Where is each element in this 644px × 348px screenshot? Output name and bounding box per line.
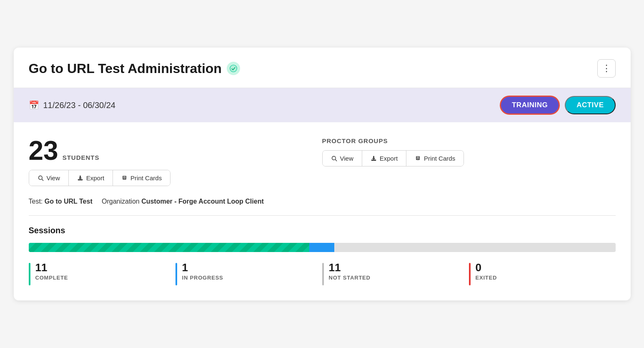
calendar-icon: 📅 [29,100,39,110]
bar-complete [29,243,309,252]
proctor-view-button[interactable]: View [323,151,362,166]
proctor-export-label: Export [380,155,398,162]
stat-exited-label: EXITED [476,275,497,281]
sessions-progress-bar [29,243,616,252]
training-badge[interactable]: TRAINING [500,96,560,115]
svg-rect-8 [417,159,419,160]
proctor-export-button[interactable]: Export [362,151,406,166]
status-badges: TRAINING ACTIVE [500,96,616,115]
stat-exited: 0 EXITED [469,262,616,285]
main-content: 23 STUDENTS View Export Print Cards [14,122,631,300]
title-text: Go to URL Test Administration [29,61,222,76]
divider-complete [29,263,30,285]
stat-inprogress: 1 IN PROGRESS [175,262,322,285]
kebab-icon: ⋮ [602,63,611,74]
stat-exited-num: 0 [476,262,497,273]
stat-notstarted: 11 NOT STARTED [322,262,469,285]
students-export-button[interactable]: Export [69,170,113,186]
students-count: 23 [29,137,58,164]
students-print-button[interactable]: Print Cards [113,170,170,186]
students-action-buttons: View Export Print Cards [29,170,171,186]
sessions-stats-row: 11 COMPLETE 1 IN PROGRESS 11 NOT STA [29,262,616,300]
org-prefix: Organization [102,198,140,205]
date-bar: 📅 11/26/23 - 06/30/24 TRAINING ACTIVE [14,88,631,122]
verified-badge [227,62,240,75]
date-range: 📅 11/26/23 - 06/30/24 [29,100,115,110]
sessions-title: Sessions [29,226,616,235]
students-export-label: Export [86,174,104,182]
meta-row: Test: Go to URL Test Organization Custom… [29,198,616,205]
proctor-action-buttons: View Export Print Cards [322,150,464,166]
sessions-section: Sessions 11 COMPLETE 1 [29,215,616,300]
org-name: Customer - Forge Account Loop Client [141,198,264,205]
svg-line-2 [42,179,43,180]
divider-inprogress [175,263,177,285]
students-label: STUDENTS [63,154,100,161]
students-view-button[interactable]: View [29,170,69,186]
main-card: Go to URL Test Administration ⋮ 📅 11/26/… [14,48,631,300]
proctor-section: PROCTOR GROUPS View Export Print Cards [322,137,616,166]
bar-inprogress [309,243,335,252]
kebab-menu-button[interactable]: ⋮ [597,59,616,78]
header: Go to URL Test Administration ⋮ [14,48,631,88]
students-section: 23 STUDENTS View Export Print Cards [29,137,322,186]
students-print-label: Print Cards [130,174,162,182]
svg-line-6 [335,159,336,161]
page-title: Go to URL Test Administration [29,61,240,76]
students-row: 23 STUDENTS View Export Print Cards [29,137,616,186]
proctor-print-label: Print Cards [424,155,455,162]
date-range-text: 11/26/23 - 06/30/24 [43,101,115,110]
stat-inprogress-num: 1 [182,262,223,273]
test-name: Go to URL Test [45,198,93,205]
stat-notstarted-num: 11 [329,262,371,273]
stat-complete: 11 COMPLETE [29,262,175,285]
svg-point-0 [230,65,237,72]
stat-inprogress-label: IN PROGRESS [182,275,223,281]
divider-notstarted [322,263,324,285]
proctor-view-label: View [340,155,353,162]
divider-exited [469,263,471,285]
proctor-print-button[interactable]: Print Cards [406,151,464,166]
svg-rect-4 [124,178,125,179]
stat-complete-label: COMPLETE [35,275,68,281]
stat-complete-num: 11 [35,262,68,273]
active-badge[interactable]: ACTIVE [565,96,615,114]
students-view-label: View [47,174,60,182]
stat-notstarted-label: NOT STARTED [329,275,371,281]
students-stat-header: 23 STUDENTS [29,137,322,164]
test-prefix: Test: [29,198,43,205]
proctor-label: PROCTOR GROUPS [322,137,616,144]
